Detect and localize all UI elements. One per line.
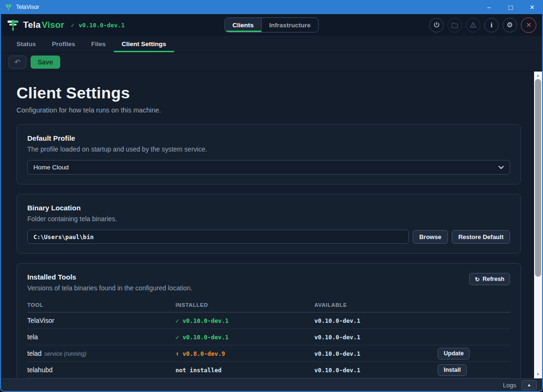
action-toolbar: ↶ Save [1, 53, 542, 72]
page-subtitle: Configuration for how tela runs on this … [16, 106, 521, 114]
brand-primary: Tela [23, 20, 40, 30]
installed-tools-title: Installed Tools [27, 273, 192, 281]
warnings-button[interactable] [466, 18, 480, 32]
logs-label: Logs [503, 382, 516, 389]
maximize-button[interactable]: □ [500, 0, 521, 14]
brand-wordmark: Tela Visor [23, 20, 64, 30]
save-button[interactable]: Save [31, 56, 60, 69]
tab-profiles-label: Profiles [52, 40, 75, 48]
brand-logo-icon [7, 19, 19, 32]
open-logs-button[interactable]: ▲ [521, 380, 537, 390]
available-version: v0.10.0-dev.1 [314, 334, 438, 341]
table-row-telavisor: TelaVisor ✓ v0.10.0-dev.1 v0.10.0-dev.1 [27, 312, 510, 329]
table-row-telad: teladservice (running) ↑ v0.8.0-dev.9 v0… [27, 345, 510, 362]
installed-version: not installed [176, 367, 314, 374]
default-profile-card: Default Profile The profile loaded on st… [16, 124, 521, 184]
installed-version: ✓ v0.10.0-dev.1 [176, 334, 314, 341]
table-row-telahubd: telahubd not installed v0.10.0-dev.1 Ins… [27, 362, 510, 378]
close-icon: ✕ [526, 21, 532, 29]
tool-name: TelaVisor [27, 317, 54, 324]
os-titlebar: TelaVisor – □ ✕ [0, 0, 543, 14]
mode-tab-clients[interactable]: Clients [225, 18, 261, 32]
power-button[interactable] [429, 18, 444, 32]
available-version: v0.10.0-dev.1 [314, 317, 438, 324]
default-profile-title: Default Profile [27, 134, 510, 142]
column-header-installed: INSTALLED [176, 302, 314, 308]
refresh-button[interactable]: ↻ Refresh [469, 273, 510, 285]
warning-icon [470, 22, 477, 28]
folder-icon [451, 22, 458, 28]
tab-status[interactable]: Status [8, 36, 44, 52]
default-profile-select[interactable]: Home Cloud [27, 160, 510, 175]
scroll-down-arrow-icon[interactable]: ▼ [534, 371, 542, 378]
app-header: Tela Visor ✓v0.10.0-dev.1 Clients Infras… [1, 14, 542, 36]
brand-secondary: Visor [41, 20, 64, 30]
settings-scroll-region: Client Settings Configuration for how te… [1, 72, 534, 378]
tab-files-label: Files [91, 40, 106, 48]
info-button[interactable]: i [484, 18, 499, 32]
tools-table: TOOL INSTALLED AVAILABLE TelaVisor ✓ v0.… [27, 299, 510, 378]
binary-location-row: Browse Restore Default [27, 230, 510, 244]
scroll-up-arrow-icon[interactable]: ▲ [534, 72, 542, 79]
active-mode-underline [225, 31, 261, 32]
header-icon-buttons: i ⚙ ✕ [429, 17, 536, 33]
tool-name: telad [27, 350, 41, 357]
minimize-button[interactable]: – [478, 0, 500, 14]
content-area: Client Settings Configuration for how te… [1, 72, 542, 378]
settings-button[interactable]: ⚙ [503, 18, 517, 32]
vertical-scrollbar[interactable]: ▲ ▼ [534, 72, 542, 378]
update-button[interactable]: Update [438, 348, 470, 360]
tab-client-settings[interactable]: Client Settings [114, 36, 175, 52]
undo-icon: ↶ [15, 58, 21, 66]
mode-tab-clients-label: Clients [232, 22, 254, 29]
binary-location-title: Binary Location [27, 204, 510, 212]
install-button[interactable]: Install [438, 364, 467, 376]
refresh-label: Refresh [482, 276, 504, 282]
installed-version: ✓ v0.10.0-dev.1 [176, 317, 314, 324]
restore-default-button[interactable]: Restore Default [452, 230, 510, 244]
binary-location-card: Binary Location Folder containing tela b… [16, 194, 521, 254]
app-version: ✓v0.10.0-dev.1 [71, 22, 125, 29]
default-profile-selected-value: Home Cloud [33, 164, 69, 171]
close-window-button[interactable]: ✕ [521, 0, 543, 14]
available-version: v0.10.0-dev.1 [314, 367, 438, 374]
table-row-tela: tela ✓ v0.10.0-dev.1 v0.10.0-dev.1 [27, 329, 510, 345]
mode-switcher: Clients Infrastructure [224, 17, 319, 32]
page-title: Client Settings [16, 84, 521, 102]
tool-name: telahubd [27, 366, 53, 374]
scrollbar-thumb[interactable] [535, 79, 541, 277]
undo-button[interactable]: ↶ [8, 56, 26, 69]
app-window: TelaVisor – □ ✕ Tela Visor ✓v0.10.0-dev.… [0, 0, 543, 392]
window-title: TelaVisor [16, 4, 39, 10]
installed-version: ↑ v0.8.0-dev.9 [176, 350, 314, 357]
tool-note: service (running) [44, 351, 86, 357]
mode-tab-infrastructure-label: Infrastructure [269, 22, 311, 29]
folder-button[interactable] [447, 18, 462, 32]
expand-up-icon: ▲ [527, 383, 531, 387]
page-tab-bar: Status Profiles Files Client Settings [1, 36, 542, 53]
tab-status-label: Status [16, 40, 36, 48]
binary-path-input[interactable] [27, 230, 409, 244]
tools-table-body: TelaVisor ✓ v0.10.0-dev.1 v0.10.0-dev.1 … [27, 312, 510, 378]
installed-tools-header: Installed Tools Versions of tela binarie… [27, 273, 510, 292]
chevron-down-icon [498, 166, 504, 169]
column-header-available: AVAILABLE [314, 302, 438, 308]
installed-tools-card: Installed Tools Versions of tela binarie… [16, 263, 521, 378]
browse-button[interactable]: Browse [413, 230, 448, 244]
info-icon: i [490, 21, 492, 29]
power-icon [433, 22, 440, 28]
version-text: v0.10.0-dev.1 [79, 22, 125, 29]
binary-location-description: Folder containing tela binaries. [27, 215, 510, 223]
mode-tab-infrastructure[interactable]: Infrastructure [261, 18, 318, 32]
tab-files[interactable]: Files [83, 36, 114, 52]
default-profile-description: The profile loaded on startup and used b… [27, 145, 510, 153]
tool-name: tela [27, 333, 38, 341]
quit-button[interactable]: ✕ [521, 17, 536, 33]
refresh-icon: ↻ [475, 276, 479, 283]
tab-client-settings-label: Client Settings [122, 40, 167, 48]
app-logo-icon [5, 3, 12, 11]
column-header-tool: TOOL [27, 302, 176, 308]
installed-tools-description: Versions of tela binaries found in the c… [27, 284, 192, 292]
tab-profiles[interactable]: Profiles [44, 36, 83, 52]
version-check-icon: ✓ [71, 22, 75, 29]
